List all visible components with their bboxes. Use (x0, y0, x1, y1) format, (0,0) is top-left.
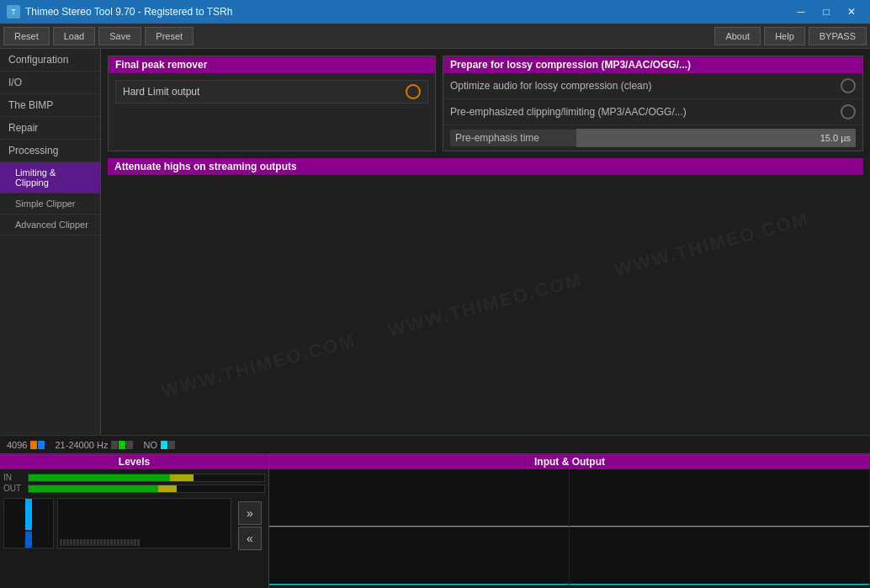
level-out-label: OUT (3, 484, 24, 493)
tick-7 (80, 539, 82, 546)
pre-emphasis-label: Pre-emphasis time (450, 130, 576, 146)
about-button[interactable]: About (714, 27, 761, 45)
mini-bar-1 (25, 499, 32, 530)
ind-gray1 (111, 441, 118, 449)
attenuate-header: Attenuate highs on streaming outputs (108, 158, 863, 175)
sidebar-item-limiting[interactable]: Limiting & Clipping (0, 162, 100, 193)
levels-panel: Levels IN OUT (0, 454, 269, 588)
ind-gray3 (168, 441, 175, 449)
tick-12 (97, 539, 99, 546)
meter-in-empty (194, 474, 264, 481)
tick-3 (66, 539, 69, 546)
tick-10 (90, 539, 93, 546)
preset-button[interactable]: Preset (145, 27, 194, 45)
load-button[interactable]: Load (53, 27, 95, 45)
lossy-option-preemph-label: Pre-emphasized clipping/limiting (MP3/AA… (450, 106, 687, 118)
tick-11 (93, 539, 96, 546)
meter-in-green (29, 474, 170, 481)
tick-5 (73, 539, 76, 546)
frequency-value: 21-24000 Hz (55, 440, 108, 450)
io-channel-1-line (269, 526, 569, 527)
close-button[interactable]: ✕ (840, 0, 863, 24)
nav-forward-button[interactable]: » (238, 501, 262, 525)
top-row: Final peak remover Hard Limit output Pre… (108, 56, 863, 151)
main-area: Configuration I/O The BIMP Repair Proces… (0, 49, 870, 435)
tick-19 (120, 539, 123, 546)
titlebar-left: T Thimeo Stereo Tool 9.70 - Registered t… (7, 5, 232, 19)
app-icon: T (7, 5, 20, 19)
io-top-row (269, 469, 870, 527)
level-out-row: OUT (3, 484, 265, 493)
io-channel-3 (269, 527, 570, 585)
tick-14 (103, 539, 106, 546)
sidebar-item-configuration[interactable]: Configuration (0, 49, 100, 72)
reset-button[interactable]: Reset (3, 27, 50, 45)
tick-13 (100, 539, 103, 546)
tick-17 (114, 539, 116, 546)
watermark-text: www.thimeo.com www.thimeo.com www.thimeo… (159, 208, 811, 402)
final-peak-remover-panel: Final peak remover Hard Limit output (108, 56, 436, 151)
pre-emphasis-value: 15.0 µs (576, 129, 856, 147)
meter-out-empty (177, 485, 264, 492)
save-button[interactable]: Save (98, 27, 141, 45)
tick-24 (137, 539, 140, 546)
io-channel-1 (269, 469, 570, 527)
level-in-label: IN (3, 473, 24, 482)
titlebar-title: Thimeo Stereo Tool 9.70 - Registered to … (25, 6, 232, 18)
level-out-meter (28, 485, 265, 493)
lossy-compression-panel: Prepare for lossy compression (MP3/AAC/O… (443, 56, 863, 151)
tick-21 (127, 539, 130, 546)
levels-bottom: » « (0, 498, 268, 554)
tick-1 (60, 539, 62, 546)
watermark-area: www.thimeo.com www.thimeo.com www.thimeo… (108, 182, 863, 428)
lossy-option-clean-toggle[interactable] (841, 78, 856, 93)
sidebar-item-processing[interactable]: Processing (0, 140, 100, 162)
sample-rate-value: 4096 (7, 440, 27, 450)
sidebar-item-io[interactable]: I/O (0, 72, 100, 94)
lossy-option-preemph: Pre-emphasized clipping/limiting (MP3/AA… (443, 99, 862, 125)
sidebar-item-repair[interactable]: Repair (0, 117, 100, 140)
sample-rate-indicator (30, 440, 45, 450)
lossy-option-clean: Optimize audio for lossy compression (cl… (443, 73, 862, 99)
tick-8 (83, 539, 86, 546)
io-channel-2-line (570, 526, 869, 527)
io-channel-2 (570, 469, 870, 527)
ind-orange (30, 441, 37, 449)
tick-9 (87, 539, 89, 546)
attenuate-panel: Attenuate highs on streaming outputs (108, 158, 863, 175)
minimize-button[interactable]: ─ (789, 0, 813, 24)
io-channel-4 (570, 527, 870, 585)
level-in-row: IN (3, 473, 265, 482)
no-indicator (161, 440, 175, 450)
tick-15 (107, 539, 109, 546)
sidebar-item-advanced-clipper[interactable]: Advanced Clipper (0, 215, 100, 236)
lossy-option-preemph-toggle[interactable] (841, 104, 856, 119)
sidebar: Configuration I/O The BIMP Repair Proces… (0, 49, 101, 435)
content-area: Final peak remover Hard Limit output Pre… (101, 49, 870, 435)
bypass-button[interactable]: BYPASS (809, 27, 867, 45)
mini-bar-2 (25, 532, 32, 548)
tick-16 (110, 539, 113, 546)
sidebar-item-bimp[interactable]: The BIMP (0, 94, 100, 117)
pre-emphasis-row: Pre-emphasis time 15.0 µs (443, 125, 862, 151)
levels-body: IN OUT (0, 469, 268, 498)
level-in-meter (28, 474, 265, 482)
mini-meter (3, 498, 54, 548)
tick-4 (70, 539, 72, 546)
tick-23 (134, 539, 136, 546)
tick-22 (130, 539, 133, 546)
no-value: NO (143, 440, 157, 450)
io-channel-4-line (570, 584, 869, 585)
sidebar-item-simple-clipper[interactable]: Simple Clipper (0, 193, 100, 215)
help-button[interactable]: Help (764, 27, 805, 45)
ind-green (119, 441, 125, 449)
frequency-indicator (111, 440, 133, 450)
tick-area (57, 498, 231, 548)
ind-blue (38, 441, 45, 449)
hard-limit-toggle[interactable] (406, 84, 421, 99)
hard-limit-row: Hard Limit output (115, 80, 428, 103)
io-bottom-row (269, 527, 870, 585)
nav-buttons: » « (235, 498, 265, 554)
restore-button[interactable]: □ (814, 0, 838, 24)
nav-back-button[interactable]: « (238, 527, 262, 550)
